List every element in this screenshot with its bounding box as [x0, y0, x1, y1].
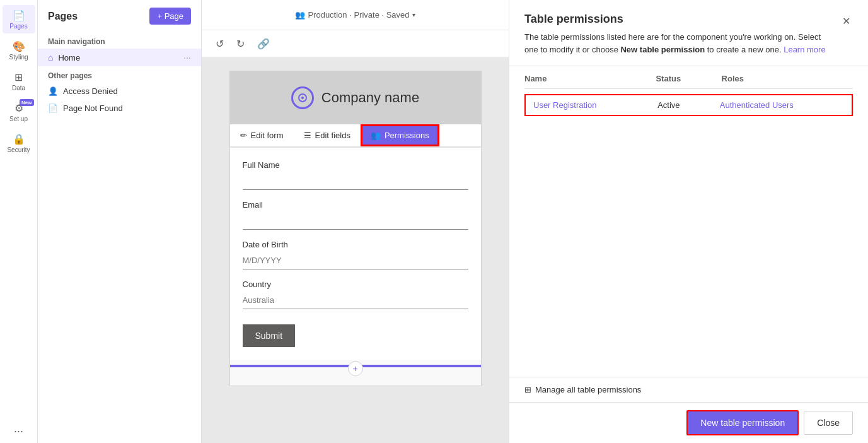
env-text: Production · Private · Saved — [308, 10, 409, 20]
redo-button[interactable]: ↻ — [233, 35, 248, 52]
manage-table-icon: ⊞ — [524, 385, 531, 394]
permissions-table: Name Status Roles User Registration Acti… — [509, 66, 868, 222]
icon-sidebar: 📄 Pages 🎨 Styling ⊞ Data New ⚙ Set up 🔒 … — [0, 0, 38, 443]
tab-edit-fields[interactable]: ☰ Edit fields — [294, 124, 361, 146]
col-header-status: Status — [656, 74, 721, 83]
link-button[interactable]: 🔗 — [253, 35, 274, 52]
add-section-button[interactable]: + — [348, 361, 363, 376]
manage-link-label: Manage all table permissions — [535, 385, 641, 394]
nav-item-access-denied[interactable]: 👤 Access Denied — [38, 83, 201, 100]
close-panel-button[interactable]: Close — [804, 411, 853, 435]
home-icon: ⌂ — [48, 52, 53, 62]
col-header-name: Name — [524, 74, 656, 83]
pages-icon: 📄 — [13, 9, 25, 21]
company-logo — [291, 86, 314, 109]
description-bold: New table permission — [620, 45, 705, 54]
learn-more-link[interactable]: Learn more — [784, 45, 825, 54]
data-label: Data — [12, 85, 25, 92]
permissions-icon: 👥 — [371, 131, 381, 140]
add-page-button[interactable]: + Page — [149, 8, 191, 25]
new-table-permission-button[interactable]: New table permission — [686, 410, 799, 435]
permission-name: User Registration — [533, 100, 657, 110]
pages-panel: Pages + Page Main navigation ⌂ Home ··· … — [38, 0, 202, 443]
permission-row[interactable]: User Registration Active Authenticated U… — [524, 94, 853, 116]
canvas-body: Company name ✏ Edit form ☰ Edit fields 👥… — [202, 58, 509, 443]
canvas-toolbar: ↺ ↻ 🔗 — [202, 30, 509, 58]
pages-panel-title: Pages — [48, 11, 78, 22]
company-name-text: Company name — [321, 90, 419, 106]
environment-label: 👥 Production · Private · Saved ▾ — [295, 10, 415, 20]
sidebar-item-pages[interactable]: 📄 Pages — [3, 5, 35, 33]
styling-icon: 🎨 — [13, 40, 25, 52]
table-permissions-panel: Table permissions The table permissions … — [509, 0, 868, 443]
logo-circle-icon — [298, 93, 308, 103]
edit-fields-icon: ☰ — [304, 131, 311, 140]
form-field-email: Email — [243, 200, 468, 230]
page-not-found-label: Page Not Found — [63, 103, 191, 113]
form-tabs: ✏ Edit form ☰ Edit fields 👥 Permissions — [230, 124, 481, 148]
manage-all-permissions-link[interactable]: ⊞ Manage all table permissions — [524, 385, 853, 394]
panel-title: Table permissions — [524, 13, 827, 26]
env-users-icon: 👥 — [295, 10, 305, 20]
canvas-area: ↺ ↻ 🔗 Company name — [202, 30, 509, 443]
panel-footer: ⊞ Manage all table permissions — [509, 377, 868, 402]
page-canvas: Company name ✏ Edit form ☰ Edit fields 👥… — [229, 71, 482, 386]
fullname-input[interactable] — [243, 172, 468, 190]
undo-button[interactable]: ↺ — [212, 35, 228, 52]
pages-header: Pages + Page — [38, 0, 201, 32]
sidebar-item-security[interactable]: 🔒 Security — [3, 129, 35, 157]
sidebar-item-data[interactable]: ⊞ Data — [3, 67, 35, 95]
email-input[interactable] — [243, 212, 468, 230]
access-denied-icon: 👤 — [48, 86, 58, 96]
edit-form-label: Edit form — [251, 131, 284, 140]
panel-close-button[interactable]: ✕ — [840, 13, 853, 30]
top-bar: 👥 Production · Private · Saved ▾ — [202, 0, 509, 30]
tab-edit-form[interactable]: ✏ Edit form — [230, 124, 294, 146]
svg-point-1 — [301, 97, 304, 99]
dob-label: Date of Birth — [243, 240, 468, 249]
more-options-button[interactable]: ··· — [9, 420, 28, 443]
permission-roles: Authenticated Users — [720, 100, 844, 110]
canvas-bottom-section: + — [230, 365, 481, 367]
sidebar-item-setup[interactable]: New ⚙ Set up — [3, 98, 35, 126]
security-icon: 🔒 — [13, 133, 25, 145]
dob-input[interactable] — [243, 252, 468, 269]
panel-header: Table permissions The table permissions … — [509, 0, 868, 66]
pages-label: Pages — [9, 23, 27, 30]
country-input[interactable] — [243, 292, 468, 309]
data-icon: ⊞ — [13, 71, 25, 83]
sidebar-item-styling[interactable]: 🎨 Styling — [3, 36, 35, 64]
other-pages-label: Other pages — [38, 66, 201, 83]
security-label: Security — [7, 146, 30, 153]
company-header: Company name — [230, 71, 481, 124]
edit-fields-label: Edit fields — [315, 131, 350, 140]
form-field-dob: Date of Birth — [243, 240, 468, 269]
home-options-icon[interactable]: ··· — [183, 52, 191, 62]
env-chevron-icon: ▾ — [412, 11, 415, 18]
edit-form-icon: ✏ — [240, 131, 247, 140]
main-content: 👥 Production · Private · Saved ▾ ↺ ↻ 🔗 — [202, 0, 509, 443]
submit-button[interactable]: Submit — [243, 324, 296, 347]
panel-actions: New table permission Close — [509, 402, 868, 443]
form-body: Full Name Email Date of Birth Country — [230, 148, 481, 360]
description-suffix: to create a new one. — [705, 45, 784, 54]
nav-item-home[interactable]: ⌂ Home ··· — [38, 49, 201, 66]
fullname-label: Full Name — [243, 160, 468, 170]
email-label: Email — [243, 200, 468, 210]
permission-status: Active — [657, 100, 720, 110]
permissions-label: Permissions — [385, 131, 429, 140]
permissions-table-header: Name Status Roles — [524, 66, 853, 89]
styling-label: Styling — [9, 54, 28, 61]
panel-header-content: Table permissions The table permissions … — [524, 13, 827, 56]
setup-label: Set up — [9, 115, 28, 122]
home-label: Home — [58, 53, 178, 62]
col-header-roles: Roles — [722, 74, 853, 83]
form-field-fullname: Full Name — [243, 160, 468, 190]
new-badge: New — [20, 99, 33, 106]
panel-description: The table permissions listed here are fo… — [524, 31, 827, 56]
form-field-country: Country — [243, 280, 468, 309]
tab-permissions[interactable]: 👥 Permissions — [361, 124, 439, 146]
nav-item-page-not-found[interactable]: 📄 Page Not Found — [38, 100, 201, 117]
access-denied-label: Access Denied — [63, 86, 191, 96]
main-nav-section-label: Main navigation — [38, 32, 201, 49]
